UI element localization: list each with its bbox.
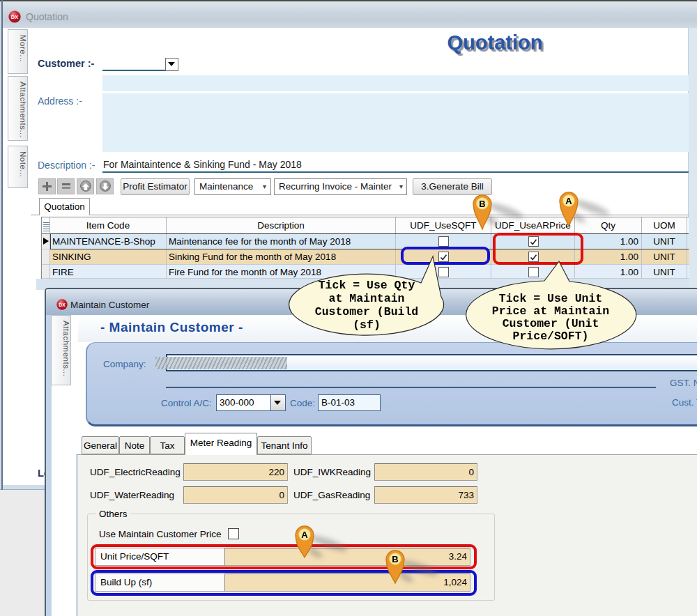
svg-text:Tick = Use Qty: Tick = Use Qty xyxy=(319,279,415,292)
svg-text:A: A xyxy=(565,196,572,206)
svg-text:(sf): (sf) xyxy=(353,318,381,332)
svg-text:Price at Maintain: Price at Maintain xyxy=(492,305,609,318)
svg-text:A: A xyxy=(301,530,308,540)
svg-text:Customer (Build: Customer (Build xyxy=(315,305,419,318)
svg-text:at Maintain: at Maintain xyxy=(329,292,405,305)
svg-text:Tick = Use Unit: Tick = Use Unit xyxy=(499,292,603,305)
svg-text:Customer (Unit: Customer (Unit xyxy=(503,317,599,330)
svg-text:B: B xyxy=(392,554,398,564)
svg-text:B: B xyxy=(479,199,485,209)
svg-text:Price/SOFT): Price/SOFT) xyxy=(513,330,589,343)
